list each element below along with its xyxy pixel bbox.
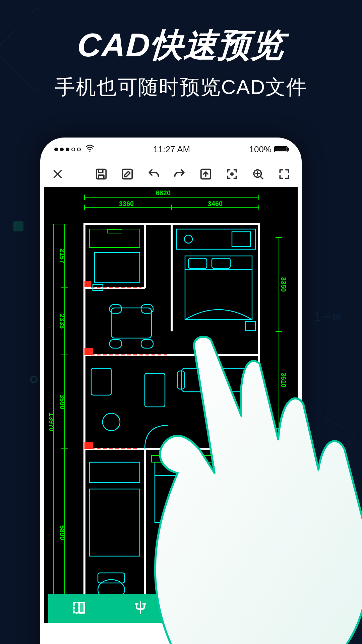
bg-accent	[30, 376, 38, 383]
bottom-toolbar	[48, 594, 294, 623]
svg-rect-2	[123, 169, 132, 179]
svg-rect-62	[155, 462, 249, 523]
wall-detail	[84, 348, 93, 355]
dim-right-2: 3610	[280, 373, 287, 388]
svg-rect-51	[185, 256, 252, 320]
floor-plan: 6820 3360 3460 13970 2157 2333	[44, 187, 298, 623]
svg-rect-53	[188, 258, 207, 268]
dim-top-total: 6820	[156, 189, 171, 197]
wall-detail	[84, 442, 93, 449]
wall-detail	[84, 281, 91, 287]
svg-point-4	[231, 173, 233, 175]
edit-button[interactable]	[120, 167, 135, 181]
dim-left-1: 2157	[59, 249, 66, 264]
svg-rect-41	[95, 253, 140, 283]
svg-point-61	[103, 413, 120, 431]
svg-rect-70	[79, 603, 84, 613]
svg-rect-46	[111, 308, 152, 338]
svg-rect-59	[145, 373, 165, 407]
svg-rect-60	[91, 368, 111, 395]
wifi-icon	[85, 144, 94, 155]
fullscreen-button[interactable]	[277, 167, 292, 181]
battery-icon	[274, 146, 288, 152]
dim-left-total: 13970	[48, 413, 55, 431]
svg-rect-67	[98, 573, 125, 583]
svg-rect-58	[250, 371, 257, 389]
status-bar: 11:27 AM 100%	[40, 138, 302, 161]
svg-rect-1	[97, 169, 106, 179]
dim-right-1: 3350	[280, 277, 287, 292]
dim-left-4: 5890	[59, 525, 66, 540]
dim-left-2: 2333	[59, 314, 66, 329]
bg-accent	[13, 221, 23, 231]
hero: CAD快速预览 手机也可随时预览CAD文件	[0, 23, 362, 101]
export-button[interactable]	[198, 167, 213, 181]
svg-rect-64	[89, 462, 140, 482]
phone-frame: 11:27 AM 100%	[40, 138, 302, 644]
svg-rect-65	[89, 489, 140, 556]
svg-rect-50	[141, 339, 153, 348]
focus-button[interactable]	[225, 167, 239, 181]
svg-rect-39	[89, 229, 140, 248]
redo-button[interactable]	[172, 167, 187, 181]
layers-button[interactable]	[194, 600, 209, 617]
svg-rect-49	[110, 339, 122, 348]
signal-dots	[54, 144, 94, 155]
svg-rect-56	[182, 368, 252, 392]
dim-top-left: 3360	[119, 200, 134, 207]
svg-rect-55	[245, 321, 255, 331]
cad-canvas[interactable]: 6820 3360 3460 13970 2157 2333	[44, 187, 298, 623]
svg-rect-57	[178, 371, 184, 389]
mirror-tool-button[interactable]	[133, 600, 148, 617]
area-tool-button[interactable]	[71, 600, 87, 617]
dim-left-3: 3590	[59, 394, 66, 410]
save-button[interactable]	[94, 167, 109, 181]
hero-title: CAD快速预览	[0, 23, 362, 68]
top-toolbar	[40, 161, 302, 187]
hero-subtitle: 手机也可随时预览CAD文件	[0, 74, 362, 101]
zoom-in-button[interactable]	[251, 167, 265, 181]
hatch-tool-button[interactable]	[255, 600, 271, 617]
svg-rect-40	[107, 230, 122, 233]
close-button[interactable]	[50, 167, 65, 181]
bg-accent: 1∼∞	[313, 309, 342, 324]
battery-text: 100%	[249, 144, 272, 155]
svg-rect-45	[232, 232, 250, 247]
svg-rect-54	[212, 258, 230, 268]
svg-rect-68	[152, 455, 255, 462]
undo-button[interactable]	[146, 167, 161, 181]
svg-point-44	[184, 235, 192, 243]
dim-top-right: 3460	[208, 200, 223, 207]
status-time: 11:27 AM	[153, 144, 190, 155]
svg-point-0	[89, 150, 90, 151]
status-right: 100%	[249, 144, 288, 155]
